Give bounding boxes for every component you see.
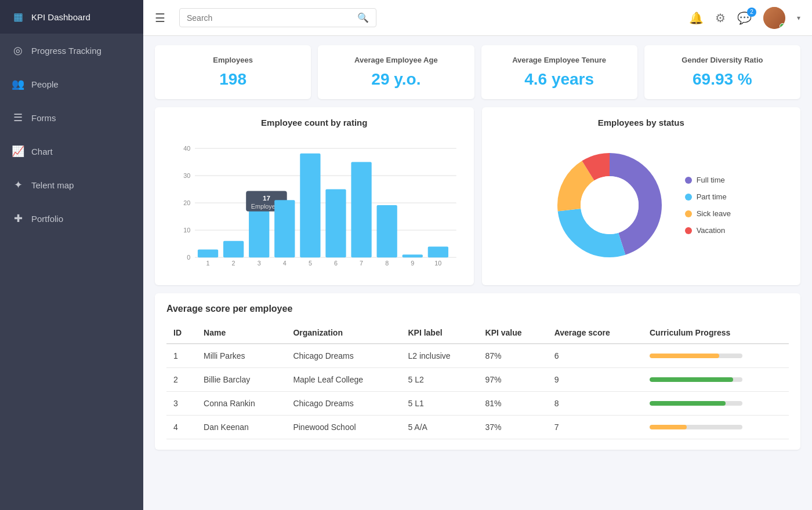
- cell-avg-score: 7: [548, 416, 643, 439]
- avatar[interactable]: [763, 7, 785, 29]
- col-kpi-value: KPI value: [478, 322, 548, 344]
- svg-rect-31: [428, 247, 448, 258]
- notification-button[interactable]: 🔔: [689, 11, 704, 25]
- dashboard-icon: ▦: [12, 10, 24, 23]
- legend-label-part-time: Part time: [697, 192, 727, 201]
- col-id: ID: [166, 322, 197, 344]
- svg-rect-21: [300, 154, 320, 257]
- svg-rect-12: [223, 241, 244, 257]
- kpi-tenure-value: 4.6 years: [493, 70, 626, 89]
- table-row: 1 Milli Parkes Chicago Dreams L2 inclusi…: [166, 344, 789, 368]
- sidebar-item-forms[interactable]: ☰ Forms: [0, 101, 143, 134]
- settings-button[interactable]: ⚙: [715, 11, 726, 25]
- kpi-age-title: Average Employee Age: [329, 56, 462, 64]
- table-row: 3 Conna Rankin Chicago Dreams 5 L1 81% 8: [166, 392, 789, 416]
- header: ☰ 🔍 🔔 ⚙ 💬 2 ▾: [143, 0, 812, 36]
- progress-bar-wrap: [650, 401, 742, 406]
- sidebar-item-kpi-dashboard[interactable]: ▦ KPI Dashboard: [0, 0, 143, 34]
- legend-part-time: Part time: [685, 192, 731, 201]
- progress-bar-fill: [650, 425, 687, 429]
- bar-chart-svg: 40 30 20 10 0 1 2: [166, 136, 462, 275]
- kpi-card-tenure: Average Employee Tenure 4.6 years: [481, 45, 637, 99]
- col-curriculum: Curriculum Progress: [643, 322, 789, 344]
- sidebar-item-label: People: [31, 79, 59, 89]
- donut-legend: Full time Part time Sick leave Vaca: [685, 176, 731, 235]
- progress-icon: ◎: [12, 44, 24, 57]
- cell-name: Milli Parkes: [197, 344, 286, 368]
- cell-org: Chicago Dreams: [286, 344, 401, 368]
- svg-text:6: 6: [334, 260, 338, 267]
- online-indicator: [780, 23, 785, 29]
- charts-row: Employee count by rating 40 30 20 10: [155, 107, 800, 285]
- portfolio-icon: ✚: [12, 212, 24, 225]
- svg-text:5: 5: [309, 260, 312, 267]
- cell-progress: [643, 368, 789, 392]
- forms-icon: ☰: [12, 111, 24, 124]
- cell-id: 3: [166, 392, 197, 416]
- svg-text:10: 10: [434, 260, 441, 267]
- cell-progress: [643, 392, 789, 416]
- col-org: Organization: [286, 322, 401, 344]
- cell-name: Billie Barclay: [197, 368, 286, 392]
- main-content: ☰ 🔍 🔔 ⚙ 💬 2 ▾ Employees: [143, 0, 812, 510]
- kpi-card-employees: Employees 198: [155, 45, 311, 99]
- sidebar-item-talent-map[interactable]: ✦ Telent map: [0, 168, 143, 202]
- header-right: 🔔 ⚙ 💬 2 ▾: [689, 7, 800, 29]
- kpi-card-diversity: Gender Diversity Ratio 69.93 %: [644, 45, 800, 99]
- col-name: Name: [197, 322, 286, 344]
- svg-rect-25: [351, 162, 371, 258]
- sidebar-item-label: Telent map: [31, 180, 74, 190]
- search-icon: 🔍: [357, 12, 369, 23]
- progress-bar-wrap: [650, 377, 742, 382]
- kpi-employees-title: Employees: [166, 56, 299, 64]
- legend-vacation: Vacation: [685, 226, 731, 235]
- sidebar-item-chart[interactable]: 📈 Chart: [0, 134, 143, 168]
- kpi-diversity-title: Gender Diversity Ratio: [656, 56, 789, 64]
- col-avg-score: Average score: [548, 322, 643, 344]
- cell-kpi-label: 5 A/A: [401, 416, 478, 439]
- svg-point-37: [581, 176, 639, 234]
- svg-rect-29: [403, 254, 423, 257]
- legend-full-time: Full time: [685, 176, 731, 184]
- table-header: ID Name Organization KPI label KPI value…: [166, 322, 789, 344]
- chart-icon: 📈: [12, 145, 24, 158]
- svg-rect-23: [325, 190, 346, 258]
- svg-text:4: 4: [283, 260, 287, 267]
- svg-text:10: 10: [183, 227, 190, 234]
- cell-kpi-label: 5 L2: [401, 368, 478, 392]
- legend-sick-leave: Sick leave: [685, 209, 731, 218]
- cell-progress: [643, 416, 789, 439]
- menu-button[interactable]: ☰: [155, 11, 165, 25]
- cell-kpi-value: 37%: [478, 416, 548, 439]
- svg-text:17: 17: [263, 194, 271, 202]
- kpi-tenure-title: Average Employee Tenure: [493, 56, 626, 64]
- table-row: 2 Billie Barclay Maple Leaf College 5 L2…: [166, 368, 789, 392]
- kpi-employees-value: 198: [166, 70, 299, 89]
- svg-rect-14: [249, 211, 269, 257]
- search-box[interactable]: 🔍: [179, 8, 376, 27]
- messages-button[interactable]: 💬 2: [737, 11, 752, 25]
- cell-avg-score: 8: [548, 392, 643, 416]
- svg-text:8: 8: [385, 260, 389, 267]
- cell-progress: [643, 344, 789, 368]
- sidebar-item-progress-tracking[interactable]: ◎ Progress Tracking: [0, 34, 143, 67]
- bar-chart-area: 40 30 20 10 0 1 2: [166, 136, 462, 275]
- talent-map-icon: ✦: [12, 178, 24, 191]
- kpi-card-age: Average Employee Age 29 y.o.: [318, 45, 474, 99]
- message-badge: 2: [747, 8, 756, 17]
- table-body: 1 Milli Parkes Chicago Dreams L2 inclusi…: [166, 344, 789, 439]
- legend-label-vacation: Vacation: [697, 226, 726, 235]
- chevron-down-icon[interactable]: ▾: [797, 14, 800, 22]
- cell-avg-score: 9: [548, 368, 643, 392]
- sidebar-item-people[interactable]: 👥 People: [0, 67, 143, 101]
- svg-text:2: 2: [232, 260, 235, 267]
- sidebar-item-portfolio[interactable]: ✚ Portfolio: [0, 202, 143, 235]
- sidebar-item-label: Chart: [31, 147, 53, 156]
- progress-bar-fill: [650, 354, 719, 358]
- search-input[interactable]: [187, 13, 353, 23]
- progress-bar-wrap: [650, 354, 742, 358]
- svg-text:9: 9: [411, 260, 414, 267]
- svg-text:20: 20: [183, 199, 190, 206]
- cell-kpi-label: L2 inclusive: [401, 344, 478, 368]
- table-title: Average score per employee: [166, 304, 789, 314]
